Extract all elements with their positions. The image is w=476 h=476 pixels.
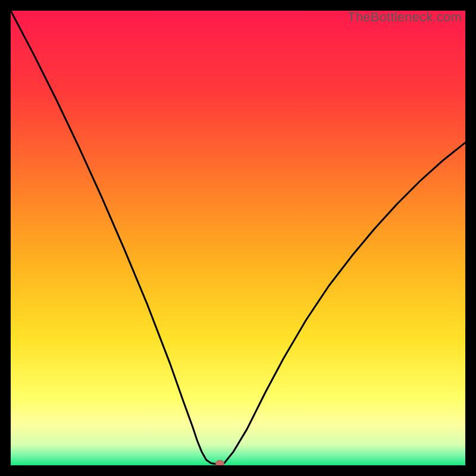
gradient-background	[11, 11, 465, 465]
watermark-text: TheBottleneck.com	[347, 10, 462, 25]
chart-svg	[11, 11, 465, 465]
sweet-spot-marker	[215, 460, 224, 465]
chart-frame: TheBottleneck.com	[11, 11, 465, 465]
